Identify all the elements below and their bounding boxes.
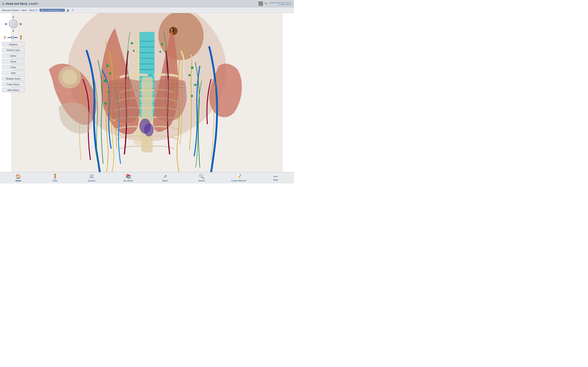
hide-others-button[interactable]: Hide Others: [2, 88, 25, 92]
quizzes-icon: ☑: [90, 174, 94, 179]
svg-point-31: [159, 51, 161, 53]
atlas-label: Atlas: [53, 180, 57, 182]
slider-track[interactable]: [7, 37, 17, 38]
systems-button[interactable]: Systems: [2, 42, 25, 47]
body-small-icon: 🧍: [3, 36, 7, 39]
fade-button[interactable]: Fade: [2, 65, 25, 69]
bottom-navigation: 🏠 Home 🧍 Atlas ☑ Quizzes 📚 My Library ↗ …: [0, 172, 294, 184]
multiple-select-button[interactable]: Multiple Select: [2, 76, 25, 81]
header-right: ↖ Human Anatomy Atlas Visible Body: [259, 1, 292, 6]
share-nav[interactable]: ↗ Share: [158, 174, 172, 182]
search-nav[interactable]: 🔍 Search: [195, 174, 209, 182]
compass-right-arrow[interactable]: ▶: [20, 22, 22, 25]
breadcrumb-neck-r[interactable]: Neck, R: [29, 9, 37, 11]
svg-point-23: [104, 102, 107, 105]
svg-rect-18: [141, 77, 153, 152]
compass-up-arrow[interactable]: ▲: [12, 15, 15, 18]
library-icon: 📚: [126, 174, 131, 179]
more-label: More: [273, 179, 278, 181]
svg-point-33: [62, 69, 77, 85]
more-nav[interactable]: ••• More: [268, 175, 283, 181]
svg-point-35: [144, 123, 154, 137]
breadcrumb-muscular[interactable]: Muscular System: [2, 9, 19, 11]
share-label: Share: [162, 180, 168, 182]
atlas-icon: 🧍: [52, 174, 58, 179]
svg-point-27: [191, 95, 193, 97]
svg-point-24: [191, 67, 194, 69]
anatomy-viewport[interactable]: [0, 13, 294, 172]
anatomy-illustration: [0, 13, 294, 172]
body-size-slider[interactable]: 🧍 🧍: [3, 35, 24, 40]
body-large-icon: 🧍: [18, 35, 24, 40]
fade-others-button[interactable]: Fade Others: [2, 82, 25, 86]
show-button[interactable]: Show: [2, 59, 25, 64]
page-title: 1. Head and Neck, Level I: [2, 2, 38, 5]
svg-point-29: [161, 43, 163, 45]
cursor-icon[interactable]: ↖: [265, 1, 268, 6]
search-label: Search: [199, 180, 205, 182]
hide-button[interactable]: Hide: [2, 71, 25, 75]
home-label: Home: [16, 180, 21, 182]
quizzes-nav[interactable]: ☑ Quizzes: [85, 174, 99, 182]
compass-center[interactable]: [9, 19, 18, 28]
home-icon: 🏠: [16, 174, 21, 179]
color-picker-icon[interactable]: [259, 1, 263, 6]
define-button[interactable]: Define: [2, 53, 25, 58]
more-icon: •••: [273, 175, 278, 178]
anatomy-view[interactable]: [0, 13, 294, 172]
library-label: My Library: [123, 180, 133, 182]
breadcrumb-neck[interactable]: Neck: [22, 9, 27, 11]
breadcrumb-sternocleidomastoid[interactable]: Sternocleidomastoid, R: [40, 9, 65, 12]
header-bar: 1. Head and Neck, Level I ↖ Human Anatom…: [0, 0, 294, 7]
notecard-nav[interactable]: 📝 Create Notecard: [231, 174, 246, 182]
svg-point-28: [131, 42, 133, 44]
home-nav[interactable]: 🏠 Home: [11, 174, 26, 182]
audio-icon[interactable]: 🔊: [66, 8, 70, 12]
app-logo: Human Anatomy Atlas Visible Body: [269, 2, 292, 6]
bookmark-icon[interactable]: 🏳: [71, 8, 74, 12]
share-icon: ↗: [163, 174, 167, 179]
svg-point-25: [188, 74, 190, 76]
svg-point-14: [158, 13, 204, 60]
svg-point-20: [109, 72, 111, 75]
svg-point-30: [133, 50, 135, 52]
svg-point-19: [106, 64, 109, 67]
notecard-icon: 📝: [236, 174, 241, 179]
notecard-label: Create Notecard: [231, 180, 246, 182]
slider-thumb[interactable]: [11, 36, 14, 39]
library-nav[interactable]: 📚 My Library: [121, 174, 136, 182]
compass-left-arrow[interactable]: ◀: [4, 22, 7, 25]
search-icon: 🔍: [199, 174, 204, 179]
svg-point-21: [104, 80, 106, 82]
navigation-compass[interactable]: ▲ ▼ ◀ ▶: [4, 15, 22, 33]
refresh-view-button[interactable]: Refresh View: [2, 48, 25, 52]
compass-down-arrow[interactable]: ▼: [12, 29, 15, 33]
atlas-nav[interactable]: 🧍 Atlas: [48, 174, 62, 182]
breadcrumb: Muscular System › Neck › Neck, R › Stern…: [0, 7, 294, 13]
quizzes-label: Quizzes: [88, 180, 95, 182]
left-panel: ▲ ▼ ◀ ▶ 🧍 🧍 Systems Refresh View Define …: [0, 13, 26, 172]
